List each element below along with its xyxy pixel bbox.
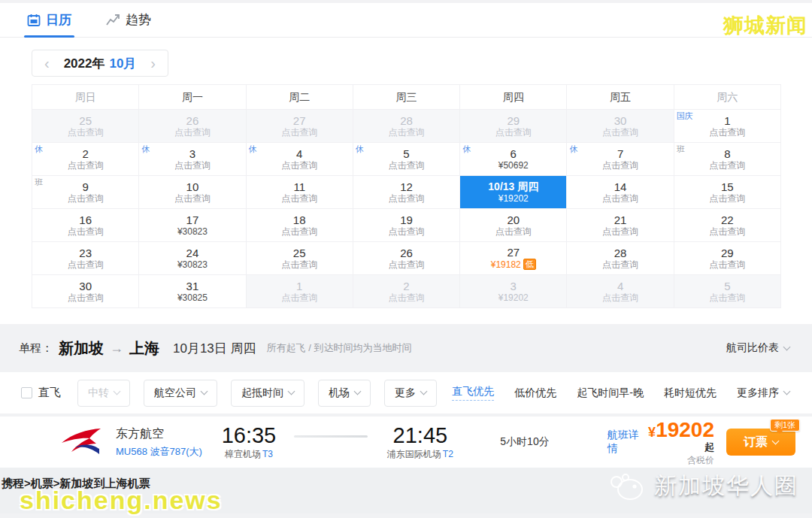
day-query-label: 点击查询	[602, 292, 638, 304]
day-number: 4	[617, 280, 623, 292]
calendar-cell-selected[interactable]: 10/13 周四¥19202	[460, 176, 567, 209]
calendar-cell[interactable]: 休3点击查询	[139, 143, 246, 176]
calendar-cell[interactable]: 24¥30823	[139, 242, 246, 275]
tab-trend[interactable]: 趋势	[106, 3, 151, 38]
calendar-cell[interactable]: 休5点击查询	[353, 143, 460, 176]
calendar-cell[interactable]: 1点击查询	[247, 275, 353, 308]
weekday-header: 周五	[567, 85, 674, 110]
day-badge-rest: 休	[462, 144, 471, 153]
calendar-cell[interactable]: 31¥30825	[139, 275, 246, 308]
filter-pill[interactable]: 更多	[384, 380, 437, 407]
day-number: 20	[507, 214, 520, 226]
calendar-cell[interactable]: 休6¥50692	[460, 143, 567, 176]
calendar-cell[interactable]: 休7点击查询	[567, 143, 674, 176]
calendar-cell[interactable]: 30点击查询	[567, 110, 674, 143]
day-price: ¥19182低	[491, 259, 536, 271]
day-number: 31	[186, 280, 199, 292]
filter-pill[interactable]: 航空公司	[144, 380, 217, 407]
next-month-icon[interactable]: ›	[147, 56, 159, 71]
trip-type-label: 单程：	[19, 341, 53, 356]
calendar-cell[interactable]: 4点击查询	[567, 275, 674, 308]
checkbox-icon	[21, 387, 32, 398]
calendar-cell[interactable]: 21点击查询	[567, 209, 674, 242]
arrival-terminal: T2	[443, 449, 453, 459]
day-number: 30	[614, 114, 627, 127]
sort-options: 直飞优先低价优先起飞时间早-晚耗时短优先更多排序	[452, 385, 789, 401]
day-number: 30	[79, 280, 92, 292]
day-price: ¥50692	[498, 160, 529, 171]
calendar-cell[interactable]: 26点击查询	[353, 242, 460, 275]
flight-arrow-line	[294, 435, 368, 438]
day-number: 5	[724, 280, 730, 292]
calendar-cell[interactable]: 休4点击查询	[247, 143, 353, 176]
sort-option[interactable]: 直飞优先	[452, 385, 494, 401]
calendar-cell[interactable]: 25点击查询	[247, 242, 353, 275]
filter-pill[interactable]: 中转	[77, 380, 130, 407]
day-query-label: 点击查询	[495, 127, 532, 138]
sort-option[interactable]: 起飞时间早-晚	[577, 386, 644, 400]
calendar-cell[interactable]: 2点击查询	[353, 275, 460, 308]
day-badge-work: 班	[35, 177, 43, 186]
day-query-label: 点击查询	[709, 226, 745, 238]
day-query-label: 点击查询	[281, 127, 317, 138]
sort-option-label: 直飞优先	[452, 385, 494, 398]
calendar-cell[interactable]: 20点击查询	[460, 209, 567, 242]
calendar-cell[interactable]: 26点击查询	[139, 110, 246, 143]
filter-pill-label: 中转	[88, 386, 109, 400]
prev-month-icon[interactable]: ‹	[41, 56, 53, 71]
chevron-down-icon	[201, 388, 208, 395]
calendar-cell[interactable]: 3¥19202	[460, 275, 567, 308]
arrival-airport-name: 浦东国际机场	[387, 449, 441, 459]
calendar-cell[interactable]: 28点击查询	[353, 110, 460, 143]
departure-city: 新加坡	[59, 338, 104, 359]
price-value: 19202	[656, 418, 714, 441]
calendar-cell[interactable]: 10点击查询	[139, 176, 246, 209]
calendar-cell[interactable]: 22点击查询	[674, 209, 781, 242]
weekday-header: 周三	[353, 85, 460, 110]
flight-result-row[interactable]: 东方航空 MU568 波音787(大) 16:35 樟宜机场T3 21:45 浦…	[0, 417, 812, 468]
calendar-cell[interactable]: 16点击查询	[32, 209, 139, 242]
day-query-label: 点击查询	[68, 160, 104, 171]
calendar-cell[interactable]: 30点击查询	[32, 275, 139, 308]
day-number: 25	[79, 114, 92, 127]
calendar-cell[interactable]: 班8点击查询	[674, 143, 781, 176]
sort-option[interactable]: 低价优先	[514, 386, 556, 400]
day-number: 19	[400, 214, 413, 226]
filter-pill[interactable]: 机场	[318, 380, 371, 407]
calendar-cell[interactable]: 5点击查询	[674, 275, 781, 308]
flight-number[interactable]: MU568 波音787(大)	[116, 445, 208, 459]
day-number: 10/13 周四	[488, 180, 538, 193]
departure-terminal: T3	[262, 449, 273, 459]
calendar-cell[interactable]: 25点击查询	[32, 110, 139, 143]
sort-option[interactable]: 耗时短优先	[664, 386, 717, 400]
calendar-cell[interactable]: 11点击查询	[247, 176, 353, 209]
calendar-cell[interactable]: 29点击查询	[460, 110, 567, 143]
calendar-cell[interactable]: 29点击查询	[674, 242, 781, 275]
direct-flight-checkbox[interactable]: 直飞	[21, 386, 61, 400]
airline-compare-link[interactable]: 航司比价表	[726, 341, 789, 355]
calendar-cell[interactable]: 14点击查询	[567, 176, 674, 209]
calendar-cell[interactable]: 12点击查询	[353, 176, 460, 209]
book-button[interactable]: 订票	[726, 429, 795, 456]
filter-pill[interactable]: 起抵时间	[231, 380, 304, 407]
calendar-cell[interactable]: 17¥30823	[139, 209, 246, 242]
sort-option[interactable]: 更多排序	[737, 386, 789, 400]
airline-info: 东方航空 MU568 波音787(大)	[116, 426, 208, 459]
calendar-cell[interactable]: 休2点击查询	[32, 143, 139, 176]
calendar-cell[interactable]: 国庆1点击查询	[674, 110, 781, 143]
flight-details-link[interactable]: 航班详情	[607, 429, 646, 456]
day-badge-rest: 休	[356, 144, 364, 153]
airline-compare-label: 航司比价表	[726, 341, 779, 355]
calendar-cell[interactable]: 23点击查询	[32, 242, 139, 275]
calendar-cell[interactable]: 班9点击查询	[32, 176, 139, 209]
calendar-cell[interactable]: 18点击查询	[247, 209, 353, 242]
calendar-cell[interactable]: 27点击查询	[247, 110, 353, 143]
calendar-cell[interactable]: 15点击查询	[674, 176, 781, 209]
day-number: 3	[511, 280, 517, 292]
calendar-cell[interactable]: 27¥19182低	[460, 242, 567, 275]
low-price-badge: 低	[523, 259, 536, 270]
calendar-cell[interactable]: 19点击查询	[353, 209, 460, 242]
day-query-label: 点击查询	[388, 193, 424, 204]
calendar-cell[interactable]: 28点击查询	[567, 242, 674, 275]
tab-calendar[interactable]: 日历	[27, 3, 71, 38]
